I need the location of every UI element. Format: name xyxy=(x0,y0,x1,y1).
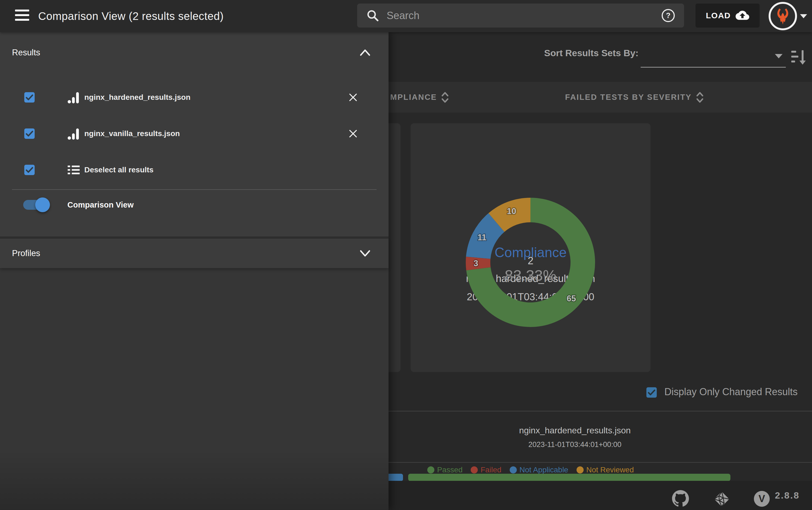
passed-status-bar[interactable] xyxy=(408,474,730,481)
result-row-hardened[interactable]: nginx_hardened_results.json xyxy=(0,86,388,109)
result-row-vanilla[interactable]: nginx_vanilla_results.json xyxy=(0,122,388,145)
comparison-result-header: nginx_hardened_results.json 2023-11-01T0… xyxy=(388,425,761,449)
comparison-toggle-label: Comparison View xyxy=(67,201,134,209)
result-summary-card: 2 nginx_hardened_results.json 2023-11-01… xyxy=(411,123,650,372)
load-button-label: LOAD xyxy=(706,11,731,20)
drawer-divider xyxy=(12,189,377,190)
legend-dot xyxy=(471,467,478,474)
section-divider xyxy=(388,411,812,412)
load-button[interactable]: LOAD xyxy=(695,4,760,28)
compliance-donut-chart[interactable]: 6531110 xyxy=(465,197,596,328)
column-header-compliance-label: MPLIANCE xyxy=(390,93,437,102)
donut-center-value: 83.33% xyxy=(411,266,650,284)
legend-label: Failed xyxy=(481,466,501,474)
legend-item-not-reviewed[interactable]: Not Reviewed xyxy=(577,466,634,474)
select-caret-icon[interactable] xyxy=(775,54,783,58)
github-icon[interactable] xyxy=(672,490,689,507)
results-panel-header[interactable]: Results xyxy=(0,32,388,73)
deselect-all-label: Deselect all results xyxy=(84,166,154,174)
search-bar: ? xyxy=(357,4,684,28)
comparison-filename: nginx_hardened_results.json xyxy=(388,425,761,436)
not-applicable-status-bar[interactable] xyxy=(388,474,403,481)
slice-value-label: 65 xyxy=(567,294,576,303)
page-title: Comparison View (2 results selected) xyxy=(38,0,224,32)
app-bar: Comparison View (2 results selected) ? L… xyxy=(0,0,812,32)
profiles-panel-header[interactable]: Profiles xyxy=(0,239,388,268)
slice-value-label: 10 xyxy=(507,206,516,216)
list-icon xyxy=(67,163,80,176)
search-icon xyxy=(367,9,379,22)
legend-label: Not Applicable xyxy=(520,466,568,474)
comparison-view-toggle[interactable] xyxy=(23,199,48,210)
diamond-graph-icon[interactable] xyxy=(714,491,730,507)
profiles-panel-title: Profiles xyxy=(12,248,40,258)
sort-results-label: Sort Results Sets By: xyxy=(464,48,638,58)
display-only-changed-label: Display Only Changed Results xyxy=(664,386,798,398)
slice-value-label: 11 xyxy=(477,233,487,242)
column-header-compliance[interactable]: MPLIANCE xyxy=(390,82,449,113)
result-checkbox[interactable] xyxy=(24,128,35,139)
chevron-up-icon[interactable] xyxy=(359,49,371,56)
cloud-upload-icon xyxy=(735,10,749,21)
sidebar-drawer: Results nginx_hardened_results.json xyxy=(0,32,388,510)
donut-center-label: Compliance xyxy=(411,245,650,261)
legend-label: Not Reviewed xyxy=(586,466,634,474)
version-number: 2.8.8 xyxy=(775,481,800,510)
result-filename: nginx_hardened_results.json xyxy=(84,93,191,102)
sort-results-select[interactable] xyxy=(641,67,786,68)
results-panel: Results nginx_hardened_results.json xyxy=(0,32,388,236)
legend-dot xyxy=(510,467,517,474)
bar-chart-icon xyxy=(67,127,80,140)
profiles-panel: Profiles xyxy=(0,239,388,268)
legend-item-failed[interactable]: Failed xyxy=(471,466,501,474)
partially-hidden-card xyxy=(388,123,401,372)
help-icon[interactable]: ? xyxy=(662,9,675,22)
result-filename: nginx_vanilla_results.json xyxy=(84,129,180,138)
version-badge: V xyxy=(754,491,770,507)
results-panel-title: Results xyxy=(12,48,40,58)
legend-label: Passed xyxy=(437,466,462,474)
panel-gap xyxy=(0,236,388,239)
legend-item-not-applicable[interactable]: Not Applicable xyxy=(510,466,568,474)
column-header-failed-tests-label: FAILED TESTS BY SEVERITY xyxy=(565,93,692,102)
comparison-timestamp: 2023-11-01T03:44:01+00:00 xyxy=(388,441,761,449)
legend-row: PassedFailedNot ApplicableNot Reviewed xyxy=(427,466,634,474)
app-root: Sort Results Sets By: MPLIANCE FAILED TE… xyxy=(0,0,812,510)
search-input[interactable] xyxy=(386,9,662,22)
user-avatar[interactable] xyxy=(768,2,797,30)
bar-chart-icon xyxy=(67,91,80,103)
legend-item-passed[interactable]: Passed xyxy=(427,466,462,474)
heimdall-logo-icon xyxy=(773,6,793,26)
sort-updown-icon xyxy=(441,91,449,103)
display-only-changed-checkbox[interactable] xyxy=(646,387,657,398)
chevron-down-icon[interactable] xyxy=(359,250,371,257)
avatar-menu-caret-icon[interactable] xyxy=(800,14,807,18)
result-checkbox[interactable] xyxy=(24,92,35,102)
section-divider xyxy=(388,462,812,463)
sort-descending-icon[interactable] xyxy=(791,49,806,65)
close-icon[interactable] xyxy=(348,93,358,102)
deselect-all-row[interactable]: Deselect all results xyxy=(0,158,388,181)
close-icon[interactable] xyxy=(348,129,358,138)
sort-updown-icon xyxy=(696,91,704,103)
deselect-all-checkbox[interactable] xyxy=(24,165,35,175)
legend-dot xyxy=(577,467,584,474)
column-header-failed-tests[interactable]: FAILED TESTS BY SEVERITY xyxy=(546,82,723,113)
comparison-toggle-row: Comparison View xyxy=(0,192,388,217)
legend-dot xyxy=(427,467,434,474)
hamburger-menu-icon[interactable] xyxy=(15,9,29,22)
